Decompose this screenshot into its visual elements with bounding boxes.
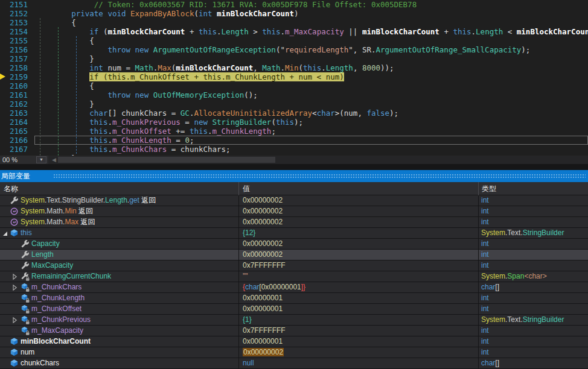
text-segment: System [21,207,45,215]
text-segment: int [481,207,489,215]
code-line[interactable]: 2164 this.m_ChunkPrevious = new StringBu… [0,118,588,127]
locals-row[interactable]: Capacity0x00000002int [0,239,588,250]
scrollbar-thumb[interactable] [58,157,275,163]
column-header-name[interactable]: 名称 [4,182,18,195]
line-number[interactable]: 2161 [0,90,28,99]
locals-row[interactable]: System.Text.StringBuilder.Length.get 返回0… [0,195,588,206]
value-cell[interactable]: null [239,358,479,368]
column-header-value[interactable]: 值 [243,182,250,195]
value-cell[interactable]: 0x00000002 [239,239,479,249]
value-cell[interactable]: {char[0x00000001]} [239,282,479,292]
text-segment: this [89,118,107,127]
text-segment: minBlockCharCount [362,27,439,36]
text-segment: {1} [243,315,252,324]
line-number[interactable]: 2151 [0,0,28,9]
code-line[interactable]: 2158 int num = Math.Max(minBlockCharCoun… [0,63,588,72]
text-segment: this [89,145,107,154]
code-line[interactable]: 2163 char[] chunkChars = GC.AllocateUnin… [0,109,588,118]
name-cell: minBlockCharCount [0,336,239,347]
value-cell[interactable]: 0x00000001 [239,336,479,347]
locals-row[interactable]: num0x00000002int [0,347,588,358]
code-line[interactable]: 2151 // Token: 0x06003567 RID: 13671 RVA… [0,0,588,9]
expander-collapsed-icon[interactable] [11,284,18,291]
locals-row[interactable]: minBlockCharCount0x00000001int [0,336,588,347]
expander-collapsed-icon[interactable] [11,317,18,324]
text-segment: m_MaxCapacity [31,326,83,335]
expander-expanded-icon[interactable] [1,230,8,237]
text-segment: ]} [301,283,305,291]
code-line[interactable]: 2167 this.m_ChunkChars = chunkChars; [0,145,588,154]
line-number[interactable]: 2166 [0,136,28,145]
column-separator[interactable] [478,182,479,195]
column-separator[interactable] [238,182,239,195]
wrench-icon [21,250,30,259]
line-number[interactable]: 2152 [0,9,28,18]
code-line[interactable]: 2162 } [0,99,588,109]
value-cell[interactable]: 0x00000001 [239,293,479,303]
value-cell[interactable]: 0x00000002 [239,206,479,216]
current-statement-arrow-icon [0,74,5,80]
locals-panel-titlebar[interactable]: 局部变量 [0,170,588,182]
value-cell[interactable]: 0x7FFFFFFF [239,260,479,271]
code-line[interactable]: 2161 throw new OutOfMemoryException(); [0,90,588,99]
zoom-dropdown-button[interactable]: ▼ [36,156,46,163]
line-number[interactable]: 2158 [0,63,28,72]
line-number[interactable]: 2156 [0,45,28,54]
scroll-left-arrow-icon[interactable]: ◀ [52,156,56,164]
locals-row[interactable]: RemainingCurrentChunk""System.Span<char> [0,271,588,282]
locals-row[interactable]: Length0x00000002int [0,250,588,260]
line-number[interactable]: 2154 [0,27,28,36]
locals-row[interactable]: MaxCapacity0x7FFFFFFFint [0,260,588,271]
code-line[interactable]: 2154 if (minBlockCharCount + this.Length… [0,27,588,36]
value-cell[interactable]: 0x00000002 [239,195,479,206]
locals-row[interactable]: m_MaxCapacity0x7FFFFFFFint [0,326,588,336]
horizontal-scrollbar[interactable]: ◀ [48,156,588,164]
text-segment: int [89,63,103,72]
line-number[interactable]: 2167 [0,145,28,154]
locals-row[interactable]: m_ChunkPrevious{1}System.Text.StringBuil… [0,315,588,326]
value-cell[interactable]: 0x7FFFFFFF [239,326,479,336]
locals-row[interactable]: m_ChunkOffset0x00000001int [0,304,588,315]
value-cell[interactable]: {1} [239,315,479,325]
line-number[interactable]: 2157 [0,54,28,63]
code-line[interactable]: 2165 this.m_ChunkOffset += this.m_ChunkL… [0,127,588,136]
text-segment: Math [46,207,63,215]
text-segment: System [21,218,45,226]
text-segment: . [208,127,213,136]
value-cell[interactable]: "" [239,271,479,282]
locals-row[interactable]: chunkCharsnullchar[] [0,358,588,369]
locals-row[interactable]: m_ChunkChars{char[0x00000001]}char[] [0,282,588,293]
code-line[interactable]: 2152 private void ExpandByABlock(int min… [0,9,588,18]
code-editor[interactable]: 2151 // Token: 0x06003567 RID: 13671 RVA… [0,0,588,156]
expander-collapsed-icon[interactable] [11,273,18,280]
value-cell[interactable]: 0x00000002 [239,347,479,358]
code-line[interactable]: 2160 { [0,81,588,90]
line-number[interactable]: 2163 [0,109,28,118]
code-line[interactable]: 2159 if (this.m_ChunkOffset + this.m_Chu… [0,72,588,81]
locals-row[interactable]: m_ChunkLength0x00000001int [0,293,588,304]
locals-row[interactable]: System.Math.Max 返回0x00000002int [0,217,588,228]
code-text: int num = Math.Max(minBlockCharCount, Ma… [35,63,394,72]
code-line[interactable]: 2155 { [0,36,588,45]
value-cell[interactable]: 0x00000001 [239,304,479,314]
line-number[interactable]: 2164 [0,118,28,127]
column-header-type[interactable]: 类型 [482,182,496,195]
code-line[interactable]: 2153 { [0,18,588,27]
text-segment [35,90,107,99]
code-line[interactable]: 2157 } [0,54,588,63]
locals-panel-title: 局部变量 [1,170,30,182]
code-line[interactable]: 2156 throw new ArgumentOutOfRangeExcepti… [0,45,588,54]
text-segment: m_ChunkLength [213,127,272,136]
text-segment: char [245,283,259,291]
locals-row[interactable]: this{12}System.Text.StringBuilder [0,228,588,239]
line-number[interactable]: 2160 [0,81,28,90]
value-cell[interactable]: 0x00000002 [239,250,479,260]
text-segment [35,9,71,18]
line-number[interactable]: 2165 [0,127,28,136]
line-number[interactable]: 2162 [0,99,28,109]
line-number[interactable]: 2153 [0,18,28,27]
locals-row[interactable]: System.Math.Min 返回0x00000002int [0,206,588,217]
value-cell[interactable]: {12} [239,228,479,238]
line-number[interactable]: 2155 [0,36,28,45]
value-cell[interactable]: 0x00000002 [239,217,479,227]
